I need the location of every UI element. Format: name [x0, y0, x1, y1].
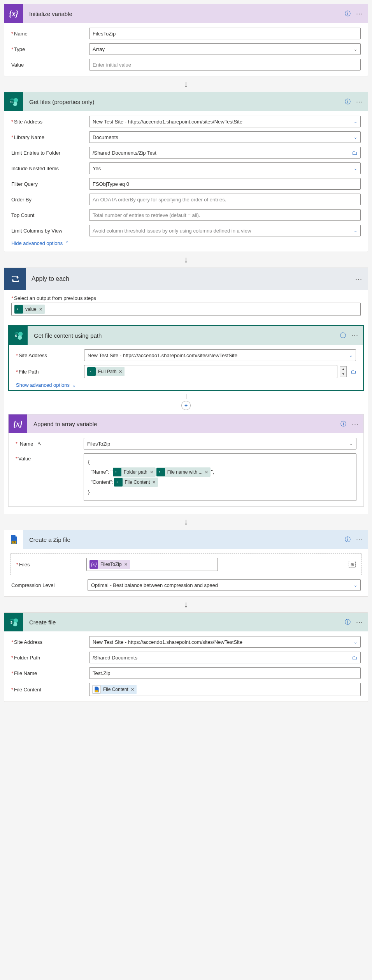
card-header[interactable]: S Get file content using path ⓘ ··· — [9, 326, 363, 345]
type-label: Type — [11, 46, 89, 52]
filecontent-label: File Content — [11, 687, 89, 693]
nested-label: Include Nested Items — [11, 166, 89, 171]
limitfolder-label: Limit Entries to Folder — [11, 150, 89, 156]
svg-text:S: S — [11, 100, 13, 104]
chevron-down-icon: ⌄ — [354, 166, 357, 171]
show-advanced-link[interactable]: Show advanced options ⌄ — [16, 382, 356, 388]
hide-advanced-link[interactable]: Hide advanced options ⌃ — [11, 240, 361, 246]
variable-icon: {x} — [4, 4, 23, 23]
chevron-down-icon: ⌄ — [349, 353, 353, 358]
cursor-icon: ↖ — [38, 441, 42, 447]
limitcols-label: Limit Columns by View — [11, 228, 89, 234]
type-select[interactable]: Array ⌄ — [89, 43, 361, 55]
card-header[interactable]: {x} Initialize variable ⓘ ··· — [4, 4, 368, 23]
token-fullpath[interactable]: S Full Path ✕ — [87, 367, 125, 376]
spinner-down-icon: ▼ — [340, 372, 346, 376]
filepath-label: File Path — [16, 369, 84, 375]
more-icon[interactable]: ··· — [356, 618, 363, 626]
remove-token-icon[interactable]: ✕ — [119, 369, 122, 374]
sharepoint-icon: S — [4, 92, 23, 111]
add-step-button[interactable]: + — [181, 401, 191, 410]
filename-input[interactable]: Test.Zip — [89, 667, 361, 679]
limitfolder-input[interactable]: /Shared Documents/Zip Test🗀 — [89, 147, 361, 159]
site-select[interactable]: New Test Site - https://accendo1.sharepo… — [89, 116, 361, 127]
more-icon[interactable]: ··· — [351, 331, 358, 340]
filecontent-input[interactable]: File Content ✕ — [89, 683, 361, 696]
token-filecontent[interactable]: SFile Content✕ — [114, 478, 158, 487]
zip-icon: ZIP — [4, 530, 23, 549]
remove-token-icon[interactable]: ✕ — [124, 562, 128, 567]
more-icon[interactable]: ··· — [356, 98, 363, 106]
card-header[interactable]: S Create file ⓘ ··· — [4, 613, 368, 631]
help-icon[interactable]: ⓘ — [345, 536, 351, 543]
card-header[interactable]: {x} Append to array variable ⓘ ··· — [9, 414, 363, 433]
name-input[interactable]: FilesToZip — [89, 28, 361, 39]
chevron-down-icon: ⌄ — [354, 228, 357, 233]
value-code-input[interactable]: { "Name": " SFolder path✕ SFile name wit… — [84, 453, 356, 501]
site-select[interactable]: New Test Site - https://accendo1.sharepo… — [89, 636, 361, 648]
filter-input[interactable]: FSObjType eq 0 — [89, 178, 361, 190]
chevron-down-icon: ⌄ — [354, 47, 357, 52]
variable-icon: {x} — [9, 414, 27, 433]
more-icon[interactable]: ··· — [356, 10, 363, 18]
flow-arrow-icon: ↓ — [4, 252, 368, 268]
library-label: Library Name — [11, 134, 89, 140]
card-header[interactable]: S Get files (properties only) ⓘ ··· — [4, 92, 368, 111]
value-label: Value — [11, 62, 89, 68]
folder-picker-icon[interactable]: 🗀 — [351, 368, 356, 375]
help-icon[interactable]: ⓘ — [345, 98, 351, 106]
select-output-label: Select an output from previous steps — [11, 295, 361, 301]
filepath-input[interactable]: S Full Path ✕ — [84, 365, 337, 378]
token-filecontent[interactable]: File Content ✕ — [92, 685, 137, 694]
orderby-input[interactable]: An ODATA orderBy query for specifying th… — [89, 194, 361, 205]
folder-label: Folder Path — [11, 655, 89, 661]
files-label: Files — [16, 562, 86, 568]
token-folderpath[interactable]: SFolder path✕ — [113, 467, 156, 477]
folder-input[interactable]: /Shared Documents🗀 — [89, 652, 361, 663]
compression-select[interactable]: Optimal - Best balance between compressi… — [88, 579, 361, 591]
folder-icon: 🗀 — [352, 150, 357, 156]
remove-token-icon[interactable]: ✕ — [39, 307, 42, 312]
value-label: Value — [16, 453, 84, 462]
help-icon[interactable]: ⓘ — [340, 420, 346, 428]
remove-token-icon[interactable]: ✕ — [205, 467, 208, 477]
name-label: Name ↖ — [16, 441, 84, 447]
card-header[interactable]: ZIP Create a Zip file ⓘ ··· — [4, 530, 368, 549]
compression-label: Compression Level — [11, 582, 88, 588]
card-title: Create file — [27, 619, 341, 626]
flow-arrow-icon: ↓ — [4, 76, 368, 92]
remove-token-icon[interactable]: ✕ — [150, 467, 153, 477]
token-value[interactable]: S value ✕ — [14, 305, 45, 314]
help-icon[interactable]: ⓘ — [345, 10, 351, 18]
get-file-content-card: S Get file content using path ⓘ ··· Site… — [8, 325, 364, 391]
dynamic-content-icon[interactable]: ⊞ — [349, 561, 356, 568]
more-icon[interactable]: ··· — [356, 536, 363, 544]
create-file-card: S Create file ⓘ ··· Site Address New Tes… — [4, 612, 368, 702]
more-icon[interactable]: ··· — [355, 275, 362, 283]
svg-rect-27 — [95, 690, 98, 692]
limitcols-select[interactable]: Avoid column threshold issues by only us… — [89, 225, 361, 236]
library-select[interactable]: Documents⌄ — [89, 131, 361, 143]
top-input[interactable]: Total number of entries to retrieve (def… — [89, 209, 361, 221]
more-icon[interactable]: ··· — [352, 420, 359, 428]
select-output-input[interactable]: S value ✕ — [11, 303, 361, 316]
remove-token-icon[interactable]: ✕ — [131, 687, 134, 692]
svg-text:S: S — [11, 620, 13, 624]
name-select[interactable]: FilesToZip⌄ — [84, 438, 356, 449]
help-icon[interactable]: ⓘ — [345, 619, 351, 626]
value-input[interactable]: Enter initial value — [89, 59, 361, 71]
initialize-variable-card: {x} Initialize variable ⓘ ··· Name Files… — [4, 4, 368, 76]
files-input[interactable]: {x} FilesToZip ✕ — [86, 558, 218, 571]
remove-token-icon[interactable]: ✕ — [152, 477, 156, 487]
site-select[interactable]: New Test Site - https://accendo1.sharepo… — [84, 349, 356, 361]
apply-to-each-container: Apply to each ··· Select an output from … — [4, 268, 368, 514]
nested-select[interactable]: Yes⌄ — [89, 162, 361, 174]
card-header[interactable]: Apply to each ··· — [4, 268, 368, 290]
token-filestozip[interactable]: {x} FilesToZip ✕ — [89, 560, 130, 569]
spinner[interactable]: ▲▼ — [340, 366, 347, 377]
token-filename[interactable]: SFile name with ...✕ — [156, 467, 211, 477]
name-label: Name — [11, 31, 89, 37]
help-icon[interactable]: ⓘ — [340, 332, 346, 339]
sharepoint-icon: S — [9, 326, 28, 345]
folder-icon: 🗀 — [352, 654, 357, 661]
